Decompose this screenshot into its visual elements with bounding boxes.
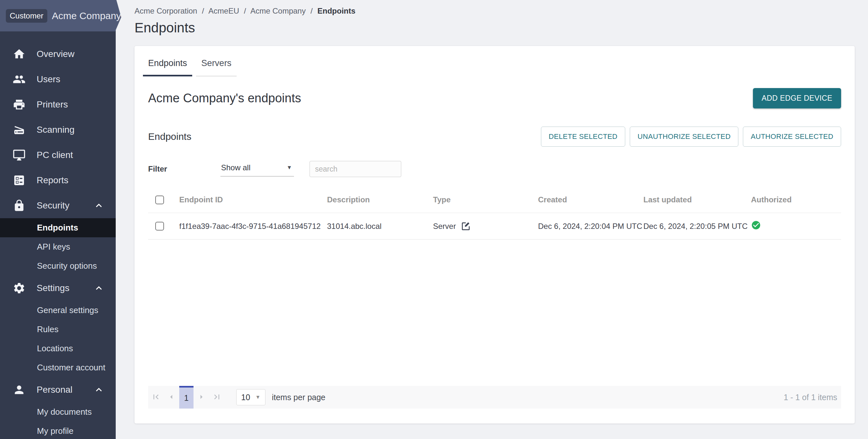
- sidebar-item-label: Settings: [37, 283, 69, 293]
- table-header: Endpoint ID Description Type Created Las…: [148, 192, 841, 213]
- breadcrumb-separator: /: [311, 6, 313, 15]
- check-circle-icon: [751, 223, 761, 232]
- toolbar: Endpoints DELETE SELECTED UNAUTHORIZE SE…: [148, 127, 841, 147]
- row-checkbox[interactable]: [155, 222, 164, 231]
- sidebar-item-label: Scanning: [37, 125, 74, 135]
- page-size-select[interactable]: 10 ▼: [236, 389, 266, 405]
- first-page-icon: [151, 392, 161, 403]
- caret-down-icon: ▼: [286, 165, 292, 171]
- sidebar-item-label: Reports: [37, 175, 68, 185]
- sidebar-item-label: Personal: [37, 384, 72, 395]
- sidebar-item-label: Users: [37, 74, 60, 85]
- sidebar-item-security-options[interactable]: Security options: [0, 257, 116, 275]
- sidebar-item-overview[interactable]: Overview: [0, 41, 116, 67]
- card-heading: Acme Company's endpoints: [148, 91, 301, 105]
- next-page-button[interactable]: [193, 386, 209, 409]
- customer-banner: Customer Acme Company: [0, 0, 121, 31]
- authorize-selected-button[interactable]: AUTHORIZE SELECTED: [743, 127, 841, 147]
- pc-client-icon: [12, 148, 26, 162]
- sidebar-nav: Overview Users Printers Scanning: [0, 41, 116, 439]
- sidebar-item-label: Security: [37, 200, 69, 211]
- caret-down-icon: ▼: [255, 394, 260, 400]
- sidebar-item-customer-account[interactable]: Customer account: [0, 358, 116, 377]
- last-page-button[interactable]: [209, 386, 225, 409]
- cell-description: 31014.abc.local: [327, 213, 433, 240]
- sidebar-item-label: PC client: [37, 150, 73, 160]
- sidebar-item-users[interactable]: Users: [0, 67, 116, 92]
- page-title: Endpoints: [134, 20, 868, 36]
- sidebar-item-security[interactable]: Security: [0, 193, 116, 218]
- printer-icon: [12, 98, 26, 111]
- select-all-checkbox[interactable]: [155, 196, 164, 204]
- tab-servers[interactable]: Servers: [196, 58, 237, 76]
- reports-icon: [12, 173, 26, 187]
- first-page-button[interactable]: [148, 386, 164, 409]
- sidebar-item-my-documents[interactable]: My documents: [0, 402, 116, 421]
- next-page-icon: [196, 392, 206, 403]
- chevron-up-icon: [93, 282, 105, 294]
- breadcrumb-item-endpoints: Endpoints: [317, 6, 355, 15]
- chevron-up-icon: [93, 384, 105, 396]
- prev-page-icon: [166, 392, 176, 403]
- sidebar-item-personal[interactable]: Personal: [0, 377, 116, 402]
- sidebar-item-rules[interactable]: Rules: [0, 320, 116, 339]
- filter-label: Filter: [148, 165, 220, 173]
- section-title: Endpoints: [148, 131, 191, 142]
- main-content: Acme Corporation / AcmeEU / Acme Company…: [116, 0, 868, 424]
- search-input[interactable]: [310, 161, 401, 177]
- breadcrumb-item-acme-company[interactable]: Acme Company: [250, 6, 306, 15]
- app-root: Overview Users Printers Scanning: [0, 0, 868, 424]
- sidebar-item-reports[interactable]: Reports: [0, 168, 116, 193]
- sidebar: Overview Users Printers Scanning: [0, 0, 116, 439]
- edit-icon: [461, 221, 471, 232]
- current-page-button[interactable]: 1: [179, 386, 193, 409]
- chevron-up-icon: [93, 200, 105, 211]
- breadcrumb-item-acmeeu[interactable]: AcmeEU: [209, 6, 239, 15]
- column-header-created: Created: [538, 192, 643, 213]
- users-icon: [12, 72, 26, 86]
- filter-select[interactable]: Show all ▼: [220, 162, 294, 176]
- cell-created: Dec 6, 2024, 2:20:04 PM UTC: [538, 213, 643, 240]
- sidebar-item-pc-client[interactable]: PC client: [0, 142, 116, 168]
- toolbar-actions: DELETE SELECTED UNAUTHORIZE SELECTED AUT…: [541, 127, 841, 147]
- sidebar-item-api-keys[interactable]: API keys: [0, 237, 116, 257]
- tabs: Endpoints Servers: [143, 58, 841, 76]
- cell-type: Server: [433, 221, 538, 232]
- unauthorize-selected-button[interactable]: UNAUTHORIZE SELECTED: [630, 127, 738, 147]
- sidebar-item-printers[interactable]: Printers: [0, 92, 116, 117]
- customer-type-badge: Customer: [6, 9, 47, 23]
- sidebar-item-scanning[interactable]: Scanning: [0, 117, 116, 142]
- pagination-range-label: 1 - 1 of 1 items: [784, 393, 841, 402]
- add-edge-device-button[interactable]: ADD EDGE DEVICE: [753, 88, 841, 108]
- edit-type-button[interactable]: [461, 221, 471, 232]
- sidebar-item-endpoints[interactable]: Endpoints: [0, 218, 116, 237]
- breadcrumb-separator: /: [244, 6, 246, 15]
- type-value: Server: [433, 222, 456, 231]
- cell-endpoint-id: f1f1ea39-7aac-4f3c-9715-41a681945712: [179, 213, 327, 240]
- sidebar-item-locations[interactable]: Locations: [0, 339, 116, 358]
- last-page-icon: [212, 392, 222, 403]
- sidebar-item-settings[interactable]: Settings: [0, 275, 116, 301]
- page-size-value: 10: [241, 393, 250, 402]
- endpoints-table: Endpoint ID Description Type Created Las…: [148, 192, 841, 240]
- column-header-type: Type: [433, 192, 538, 213]
- column-header-description: Description: [327, 192, 433, 213]
- sidebar-item-label: Printers: [37, 99, 68, 110]
- delete-selected-button[interactable]: DELETE SELECTED: [541, 127, 625, 147]
- column-header-endpoint-id: Endpoint ID: [179, 192, 327, 213]
- column-header-last-updated: Last updated: [643, 192, 751, 213]
- lock-icon: [12, 199, 26, 212]
- scanner-icon: [12, 123, 26, 137]
- breadcrumb-item-acme-corporation[interactable]: Acme Corporation: [134, 6, 197, 15]
- breadcrumb-separator: /: [202, 6, 204, 15]
- prev-page-button[interactable]: [164, 386, 179, 409]
- person-icon: [12, 383, 26, 397]
- sidebar-item-my-profile[interactable]: My profile: [0, 421, 116, 439]
- sidebar-item-general-settings[interactable]: General settings: [0, 301, 116, 320]
- cell-last-updated: Dec 6, 2024, 2:20:05 PM UTC: [643, 213, 751, 240]
- customer-name: Acme Company: [52, 10, 121, 21]
- table-row: f1f1ea39-7aac-4f3c-9715-41a681945712 310…: [148, 213, 841, 240]
- filter-row: Filter Show all ▼: [148, 161, 841, 177]
- tab-endpoints[interactable]: Endpoints: [143, 58, 192, 76]
- card-header: Acme Company's endpoints ADD EDGE DEVICE: [148, 88, 841, 108]
